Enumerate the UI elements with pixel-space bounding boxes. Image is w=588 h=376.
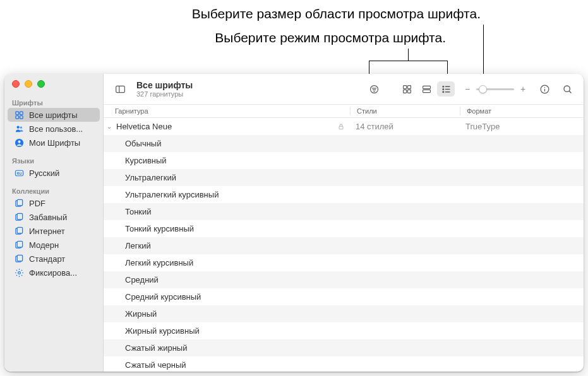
svg-rect-11 bbox=[17, 199, 22, 205]
ru-icon: RU bbox=[14, 168, 24, 178]
svg-rect-17 bbox=[17, 241, 22, 247]
sidebar-item-label: Мои Шрифты bbox=[29, 138, 80, 148]
font-style-row[interactable]: Легкий курсивный bbox=[104, 254, 584, 271]
font-style-name: Ультралегкий bbox=[125, 173, 176, 182]
font-format: TrueType bbox=[459, 122, 584, 131]
column-header-format[interactable]: Формат bbox=[460, 107, 584, 115]
filter-button[interactable] bbox=[365, 81, 383, 97]
svg-rect-19 bbox=[17, 255, 22, 261]
sidebar-item-internet[interactable]: Интернет bbox=[8, 224, 100, 238]
toggle-sidebar-button[interactable] bbox=[111, 81, 129, 97]
subtitle-text: 327 гарнитуры bbox=[136, 90, 193, 98]
search-button[interactable] bbox=[558, 81, 576, 97]
sidebar-item-standard[interactable]: Стандарт bbox=[8, 252, 100, 266]
sidebar-item-label: Забавный bbox=[29, 213, 67, 222]
sidebar: Шрифты Все шрифты Все пользов... Мои Шри… bbox=[4, 74, 104, 372]
svg-rect-15 bbox=[17, 227, 22, 233]
sidebar-item-fixed[interactable]: Фиксирова... bbox=[8, 266, 100, 279]
view-mode-group bbox=[398, 81, 455, 97]
svg-rect-29 bbox=[403, 90, 406, 93]
main-content: Все шрифты 327 гарнитуры − + Гарнитура С… bbox=[104, 74, 584, 372]
toolbar: Все шрифты 327 гарнитуры − + bbox=[104, 74, 584, 105]
font-style-row[interactable]: Ультралегкий bbox=[104, 169, 584, 186]
lock-icon bbox=[333, 123, 349, 131]
column-headers: Гарнитура Стили Формат bbox=[104, 105, 584, 118]
sidebar-item-label: Все пользов... bbox=[29, 124, 83, 134]
font-book-window: Шрифты Все шрифты Все пользов... Мои Шри… bbox=[4, 74, 584, 372]
folder-icon bbox=[14, 198, 24, 208]
svg-rect-3 bbox=[20, 115, 23, 119]
chevron-down-icon[interactable]: ⌄ bbox=[104, 123, 115, 130]
close-icon[interactable] bbox=[12, 80, 20, 88]
sidebar-item-label: Стандарт bbox=[29, 254, 65, 264]
list-view-button[interactable] bbox=[437, 81, 455, 97]
svg-point-40 bbox=[544, 86, 544, 87]
info-button[interactable] bbox=[536, 81, 553, 97]
font-style-row[interactable]: Жирный bbox=[104, 305, 584, 322]
sidebar-item-russian[interactable]: RU Русский bbox=[8, 166, 100, 180]
font-style-name: Сжатый жирный bbox=[125, 343, 187, 353]
toolbar-title: Все шрифты 327 гарнитуры bbox=[136, 80, 193, 98]
font-style-name: Жирный курсивный bbox=[125, 326, 200, 336]
svg-point-33 bbox=[442, 86, 443, 87]
styles-count: 14 стилей bbox=[349, 122, 459, 131]
callout-area-text: Выберите размер области просмотра шрифта… bbox=[39, 6, 481, 21]
font-style-name: Средний курсивный bbox=[125, 292, 201, 302]
column-header-family[interactable]: Гарнитура bbox=[104, 107, 350, 115]
zoom-icon[interactable] bbox=[37, 80, 45, 88]
svg-text:RU: RU bbox=[16, 171, 21, 175]
sidebar-item-all-users[interactable]: Все пользов... bbox=[8, 122, 100, 136]
folder-icon bbox=[14, 240, 24, 250]
font-style-row[interactable]: Тонкий курсивный bbox=[104, 220, 584, 237]
person-icon bbox=[14, 124, 24, 134]
font-style-row[interactable]: Сжатый жирный bbox=[104, 339, 584, 356]
gear-icon bbox=[14, 267, 24, 278]
font-family-row[interactable]: ⌄ Helvetica Neue 14 стилей TrueType bbox=[104, 118, 584, 135]
font-style-row[interactable]: Ультралегкий курсивный bbox=[104, 186, 584, 203]
folder-icon bbox=[14, 226, 24, 236]
font-style-row[interactable]: Средний bbox=[104, 271, 584, 288]
sidebar-item-fun[interactable]: Забавный bbox=[8, 210, 100, 224]
sidebar-item-my-fonts[interactable]: Мои Шрифты bbox=[8, 136, 100, 150]
font-style-row[interactable]: Средний курсивный bbox=[104, 288, 584, 305]
sidebar-item-label: Русский bbox=[29, 168, 59, 178]
font-style-row[interactable]: Жирный курсивный bbox=[104, 322, 584, 339]
svg-rect-0 bbox=[15, 111, 18, 114]
slider-thumb[interactable] bbox=[479, 85, 487, 93]
sidebar-heading-languages: Языки bbox=[4, 155, 103, 166]
sidebar-item-all-fonts[interactable]: Все шрифты bbox=[8, 108, 100, 122]
minus-icon: − bbox=[464, 84, 471, 94]
grid-view-button[interactable] bbox=[398, 81, 416, 97]
column-header-styles[interactable]: Стили bbox=[350, 107, 460, 115]
preview-size-slider[interactable]: − + bbox=[464, 84, 527, 94]
svg-rect-44 bbox=[339, 126, 343, 129]
title-text: Все шрифты bbox=[136, 80, 193, 90]
font-style-row[interactable]: Тонкий bbox=[104, 203, 584, 220]
font-style-name: Легкий курсивный bbox=[125, 258, 193, 267]
svg-rect-1 bbox=[20, 111, 23, 114]
minimize-icon[interactable] bbox=[25, 80, 32, 88]
sidebar-heading-collections: Коллекции bbox=[4, 185, 103, 196]
samples-view-button[interactable] bbox=[417, 81, 435, 97]
sidebar-item-label: Модерн bbox=[29, 240, 59, 250]
svg-line-43 bbox=[569, 91, 571, 93]
font-family-name: Helvetica Neue bbox=[115, 122, 333, 131]
sidebar-item-label: Интернет bbox=[29, 226, 65, 236]
callout-mode-text: Выберите режим просмотра шрифта. bbox=[4, 30, 446, 45]
sidebar-item-modern[interactable]: Модерн bbox=[8, 238, 100, 252]
svg-rect-30 bbox=[407, 90, 411, 93]
svg-point-20 bbox=[18, 271, 20, 274]
svg-rect-27 bbox=[403, 85, 406, 88]
slider-track[interactable] bbox=[476, 88, 514, 90]
font-style-name: Обычный bbox=[125, 139, 161, 148]
font-style-row[interactable]: Курсивный bbox=[104, 152, 584, 169]
svg-point-23 bbox=[370, 85, 378, 93]
svg-point-35 bbox=[442, 88, 443, 90]
font-style-row[interactable]: Обычный bbox=[104, 135, 584, 152]
sidebar-item-label: PDF bbox=[29, 199, 45, 208]
window-controls bbox=[4, 80, 103, 88]
font-style-row[interactable]: Сжатый черный bbox=[104, 356, 584, 372]
font-style-row[interactable]: Легкий bbox=[104, 237, 584, 254]
font-style-name: Тонкий bbox=[125, 207, 152, 216]
sidebar-item-pdf[interactable]: PDF bbox=[8, 196, 100, 210]
